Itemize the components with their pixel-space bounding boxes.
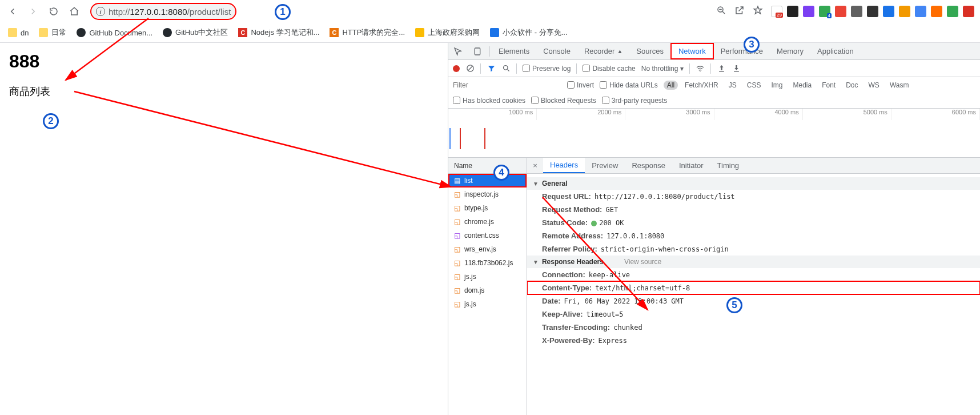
reload-button[interactable] <box>47 5 61 18</box>
header-row: Remote Address:127.0.0.1:8080 <box>527 229 980 242</box>
header-row: Transfer-Encoding:chunked <box>527 321 980 334</box>
filter-type-css[interactable]: CSS <box>744 81 765 90</box>
request-detail: × HeadersPreviewResponseInitiatorTiming … <box>527 158 980 415</box>
third-party-checkbox[interactable]: 3rd-party requests <box>602 97 667 105</box>
zoom-icon[interactable] <box>716 5 726 18</box>
request-row[interactable]: ▤list <box>448 174 527 187</box>
header-row: Request URL:http://127.0.0.1:8080/produc… <box>527 190 980 203</box>
request-row[interactable]: ◱dom.js <box>448 284 527 297</box>
filter-type-js[interactable]: JS <box>725 81 740 90</box>
disable-cache-checkbox[interactable]: Disable cache <box>583 65 635 73</box>
main-area: 888 商品列表 ElementsConsoleRecorder ▲Source… <box>0 42 980 415</box>
request-row[interactable]: ◱118.fb73b062.js <box>448 256 527 270</box>
device-icon[interactable] <box>468 43 487 59</box>
devtools-tab-memory[interactable]: Memory <box>770 43 810 59</box>
site-info-icon[interactable]: i <box>96 7 105 16</box>
devtools-tab-console[interactable]: Console <box>536 43 577 59</box>
timeline-tick: 1000 ms <box>448 109 537 120</box>
record-button[interactable] <box>453 65 460 72</box>
request-row[interactable]: ◱wrs_env.js <box>448 242 527 256</box>
bookmark-item[interactable]: 小众软件 - 分享免... <box>490 27 567 38</box>
detail-tab-response[interactable]: Response <box>625 158 672 173</box>
detail-tab-initiator[interactable]: Initiator <box>672 158 710 173</box>
star-icon[interactable] <box>753 5 763 18</box>
js-file-icon: ◱ <box>453 245 461 253</box>
extension-icon[interactable] <box>899 6 910 17</box>
extension-icon[interactable] <box>851 6 862 17</box>
name-column-header[interactable]: Name <box>448 158 527 174</box>
page-heading: 888 <box>9 51 439 72</box>
devtools-tab-sources[interactable]: Sources <box>629 43 670 59</box>
detail-tab-preview[interactable]: Preview <box>585 158 625 173</box>
detail-tab-headers[interactable]: Headers <box>543 158 585 173</box>
request-row[interactable]: ◱js.js <box>448 270 527 284</box>
inspect-icon[interactable] <box>448 43 468 59</box>
devtools-tab-recorder[interactable]: Recorder ▲ <box>577 43 629 59</box>
throttling-dropdown[interactable]: No throttling ▾ <box>641 65 684 73</box>
devtools-tab-application[interactable]: Application <box>810 43 861 59</box>
extension-icons: 294 <box>771 6 974 17</box>
devtools-panel: ElementsConsoleRecorder ▲SourcesNetworkP… <box>448 43 980 415</box>
wifi-icon[interactable] <box>696 64 705 73</box>
svg-point-4 <box>700 71 701 71</box>
bookmark-item[interactable]: CHTTP请求的完全... <box>330 27 405 38</box>
bookmark-item[interactable]: 上海政府采购网 <box>415 27 480 38</box>
blocked-cookies-checkbox[interactable]: Has blocked cookies <box>453 97 525 105</box>
request-row[interactable]: ◱inspector.js <box>448 187 527 201</box>
detail-tab-timing[interactable]: Timing <box>710 158 746 173</box>
extension-icon[interactable] <box>787 6 798 17</box>
hide-data-urls-checkbox[interactable]: Hide data URLs <box>600 81 658 89</box>
bookmark-item[interactable]: CNodejs 学习笔记和... <box>238 27 319 38</box>
devtools-tab-elements[interactable]: Elements <box>492 43 536 59</box>
bookmark-item[interactable]: GitHub中文社区 <box>163 27 228 38</box>
filter-icon[interactable] <box>487 64 496 73</box>
search-icon[interactable] <box>501 64 511 73</box>
download-icon[interactable] <box>732 64 741 73</box>
extension-icon[interactable] <box>947 6 958 17</box>
filter-type-media[interactable]: Media <box>789 81 815 90</box>
request-row[interactable]: ◱js.js <box>448 297 527 311</box>
request-row[interactable]: ◱btype.js <box>448 201 527 215</box>
home-button[interactable] <box>67 5 81 18</box>
extension-icon[interactable] <box>883 6 894 17</box>
blocked-requests-checkbox[interactable]: Blocked Requests <box>531 97 596 105</box>
devtools-tab-network[interactable]: Network <box>670 43 714 59</box>
filter-type-doc[interactable]: Doc <box>842 81 861 90</box>
extension-icon[interactable] <box>803 6 814 17</box>
close-detail-button[interactable]: × <box>527 158 543 173</box>
filter-type-fetch-xhr[interactable]: Fetch/XHR <box>681 81 722 90</box>
page-text: 商品列表 <box>9 85 439 98</box>
extension-icon[interactable] <box>835 6 846 17</box>
extension-icon[interactable]: 4 <box>819 6 830 17</box>
share-icon[interactable] <box>734 5 745 18</box>
timeline-tick: 4000 ms <box>714 109 803 120</box>
filter-input[interactable] <box>453 81 561 89</box>
back-button[interactable] <box>6 5 19 18</box>
filter-type-font[interactable]: Font <box>818 81 839 90</box>
forward-button[interactable] <box>26 5 40 18</box>
filter-type-img[interactable]: Img <box>768 81 786 90</box>
extension-icon[interactable] <box>931 6 942 17</box>
general-section[interactable]: ▼General <box>527 177 980 190</box>
view-source-link[interactable]: View source <box>624 258 661 266</box>
address-bar[interactable]: i http://127.0.0.1:8080/product/list <box>90 3 236 20</box>
filter-type-ws[interactable]: WS <box>865 81 883 90</box>
extension-icon[interactable] <box>963 6 974 17</box>
clear-icon[interactable] <box>465 64 475 73</box>
filter-type-wasm[interactable]: Wasm <box>886 81 913 90</box>
extension-icon[interactable] <box>867 6 878 17</box>
extension-icon[interactable]: 29 <box>771 6 782 17</box>
request-row[interactable]: ◱content.css <box>448 229 527 242</box>
devtools-tab-performance[interactable]: Performance <box>714 43 770 59</box>
bookmark-item[interactable]: dn <box>8 28 29 37</box>
upload-icon[interactable] <box>717 64 726 73</box>
invert-checkbox[interactable]: Invert <box>567 81 594 89</box>
network-timeline[interactable]: 1000 ms2000 ms3000 ms4000 ms5000 ms6000 … <box>448 109 980 158</box>
bookmark-item[interactable]: GitHub Documen... <box>77 28 152 37</box>
preserve-log-checkbox[interactable]: Preserve log <box>523 65 571 73</box>
filter-type-all[interactable]: All <box>664 81 678 90</box>
bookmark-item[interactable]: 日常 <box>39 27 66 38</box>
extension-icon[interactable] <box>915 6 926 17</box>
request-row[interactable]: ◱chrome.js <box>448 215 527 229</box>
response-headers-section[interactable]: ▼Response HeadersView source <box>527 256 980 268</box>
